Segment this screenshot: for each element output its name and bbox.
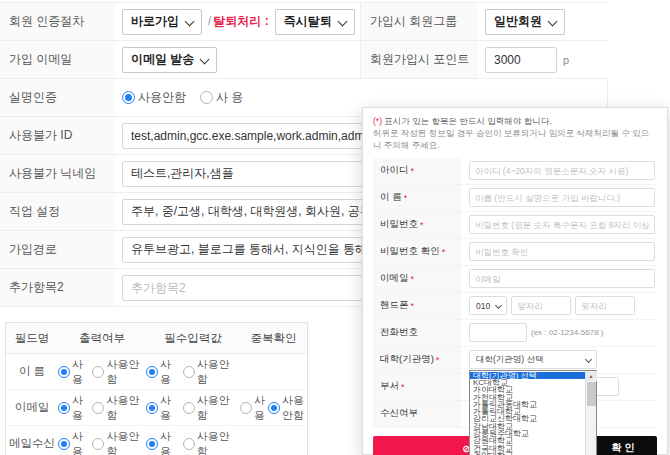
withdraw-label: 탈퇴처리 : [213,14,268,28]
email-input[interactable] [469,269,655,288]
notice-line2: 허위로 작성된 정보일 경우 승인이 보류되거나 임의로 삭제처리될 수 있으니… [373,128,657,152]
university-label: 대학(기관명) [380,353,434,366]
dropdown-option[interactable]: 강원대학교 [470,437,585,444]
popup-row-phone: 핸드폰* 010 [373,293,657,320]
field-config-table: 필드명 출력여부 필수입력값 중복확인 이 름사용사용안함사용사용안함이메일사용… [5,322,308,455]
email-label: 이메일 [380,272,409,285]
radio-nouse[interactable] [183,438,195,450]
radio-use[interactable] [58,402,70,414]
radio-nouse[interactable] [92,402,104,414]
radio-nouse[interactable] [183,402,195,414]
listbox-scrollbar[interactable]: ▲ [585,371,596,455]
header-field-name: 필드명 [6,331,58,346]
password-confirm-input[interactable] [469,242,655,261]
popup-row-email: 이메일* [373,266,657,293]
radio-use[interactable] [240,402,252,414]
realname-radio-use[interactable] [200,91,213,104]
dropdown-option[interactable]: 가톨릭대학교 [470,408,585,415]
dropdown-option[interactable]: 강남대학교 [470,423,585,430]
row-auth: 회원 인증절차 바로가입 /탈퇴처리 : 즉시탈퇴 가입시 회원그룹 일반회원 [0,3,607,41]
popup-row-password: 비밀번호* [373,212,657,239]
radio-item: 사용안함 [92,429,143,455]
radio-label: 사용 [72,393,89,423]
password-input[interactable] [469,215,655,234]
withdraw-select[interactable]: 즉시탈퇴 [275,9,355,35]
required-mark: * [436,355,440,365]
field-radio-cell: 사용사용안함 [146,357,240,387]
radio-label: 사용안함 [197,357,237,387]
dropdown-option[interactable]: 가천대학교 [470,394,585,401]
radio-label: 사용안함 [282,393,304,423]
field-radio-cell: 사용사용안함 [146,429,240,455]
radio-use[interactable] [146,366,158,378]
field-table-row: 메일수신사용사용안함사용사용안함 [6,426,307,455]
dropdown-option[interactable]: 감리교신학대학교 [470,415,585,422]
radio-nouse[interactable] [268,402,280,414]
radio-use[interactable] [58,438,70,450]
radio-item: 사용안함 [183,357,237,387]
radio-item: 사용안함 [268,393,304,423]
radio-label: 사용 [160,357,180,387]
auth-select[interactable]: 바로가입 [122,9,202,35]
dropdown-option[interactable]: 가톨릭관동대학교 [470,401,585,408]
name-input[interactable] [469,188,655,207]
password-confirm-label: 비밀번호 확인 [380,245,440,258]
realname-nouse-label: 사용안함 [138,89,186,106]
dropdown-option[interactable]: 가야대학교 [470,386,585,393]
popup-row-university: 대학(기관명)* 대학(기관명) 선택 대학(기관명) 선택KC대학교가야대학교… [373,347,657,374]
member-group-select[interactable]: 일반회원 [485,9,565,35]
id-input[interactable] [469,161,655,180]
dropdown-option[interactable]: 건국대학교 [470,445,585,452]
popup-row-name: 이 름* [373,185,657,212]
radio-label: 사용 [72,357,89,387]
scroll-up-icon[interactable]: ▲ [586,371,597,381]
phone-last-input[interactable] [575,296,635,315]
radio-use[interactable] [146,402,158,414]
popup-notice: (*) 표시가 있는 항목은 반드시 입력해야 합니다. 허위로 작성된 정보일… [373,116,657,152]
radio-use[interactable] [58,366,70,378]
point-input[interactable] [485,47,557,73]
tel-input[interactable] [469,323,527,342]
phone-mid-input[interactable] [511,296,571,315]
tel-hint: (ex : 02-1234-5678 ) [531,328,604,337]
radio-nouse[interactable] [92,366,104,378]
required-mark: * [411,301,415,311]
required-mark: * [401,382,405,392]
phone-prefix-select[interactable]: 010 [469,296,507,315]
radio-use[interactable] [146,438,158,450]
notice-star: (*) [373,116,382,126]
radio-nouse[interactable] [92,438,104,450]
popup-row-tel: 전화번호 (ex : 02-1234-5678 ) [373,320,657,347]
dropdown-option[interactable]: KC대학교 [470,379,585,386]
dropdown-option[interactable]: 대학(기관명) 선택 [470,372,585,379]
university-listbox-options: 대학(기관명) 선택KC대학교가야대학교가천대학교가톨릭관동대학교가톨릭대학교감… [470,371,585,455]
field-table-header: 필드명 출력여부 필수입력값 중복확인 [6,323,307,354]
field-radio-cell: 사용사용안함 [58,429,146,455]
job-label: 직업 설정 [0,193,115,230]
scrollbar-thumb[interactable] [587,382,596,406]
group-label: 가입시 회원그룹 [360,3,478,40]
extra2-label: 추가항목2 [0,269,115,306]
join-email-select[interactable]: 이메일 발송 [122,47,217,73]
required-mark: * [442,247,446,257]
radio-label: 사용 [160,393,180,423]
signup-popup: (*) 표시가 있는 항목은 반드시 입력해야 합니다. 허위로 작성된 정보일… [362,107,668,455]
confirm-button[interactable]: 확 인 [589,436,657,455]
field-table-row: 이 름사용사용안함사용사용안함 [6,354,307,390]
realname-radio-nouse[interactable] [122,91,135,104]
field-table-body: 이 름사용사용안함사용사용안함이메일사용사용안함사용사용안함사용사용안함메일수신… [6,354,307,455]
radio-nouse[interactable] [183,366,195,378]
radio-item: 사용 [58,357,89,387]
page: 회원 인증절차 바로가입 /탈퇴처리 : 즉시탈퇴 가입시 회원그룹 일반회원 … [0,0,670,455]
radio-label: 사용안함 [197,429,237,455]
radio-item: 사용 [146,357,180,387]
radio-label: 사용 [72,429,89,455]
radio-item: 사용 [58,429,89,455]
university-select[interactable]: 대학(기관명) 선택 [469,350,597,369]
dropdown-option[interactable]: 강릉원주대학교 [470,430,585,437]
point-unit: p [563,54,569,66]
name-label: 이 름 [380,191,402,204]
radio-label: 사용안함 [197,393,237,423]
department-label: 부서 [380,380,399,393]
realname-label: 실명인증 [0,79,115,116]
